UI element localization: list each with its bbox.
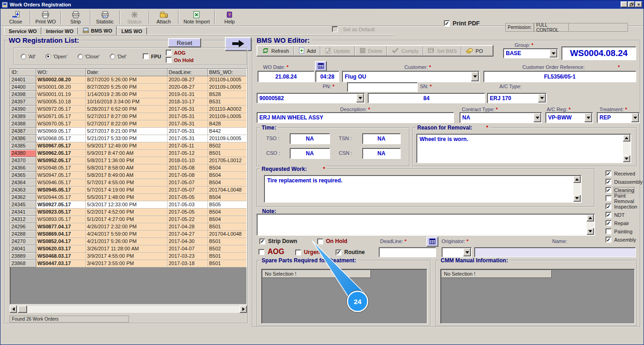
stage-checkbox-paint-removal[interactable] <box>605 195 611 201</box>
spare-parts-listbox[interactable]: No Selection ! <box>261 269 427 324</box>
chevron-down-icon[interactable] <box>584 113 592 122</box>
aog-checkbox[interactable] <box>258 249 264 255</box>
stage-checkbox-assembly[interactable]: ✓ <box>605 237 611 243</box>
table-row[interactable]: 24400WS0001.08.208/27/2020 5:25:00 PM202… <box>10 83 246 90</box>
tab-interior-wo[interactable]: Interior WO <box>41 27 78 35</box>
stage-checkbox-received[interactable]: ✓ <box>605 170 611 176</box>
description-field[interactable]: ERJ MAIN WHEEL ASSY <box>257 112 454 123</box>
table-row[interactable]: 24296WS0877.04.174/26/2017 2:32:00 PM201… <box>10 223 246 230</box>
table-row[interactable]: 24389WS0971.05.175/27/2017 8:27:00 PM201… <box>10 113 246 120</box>
name-field[interactable] <box>474 247 636 257</box>
editor-button-refresh[interactable]: Refresh <box>259 46 292 56</box>
note-textarea[interactable] <box>257 214 595 236</box>
wo-time-field[interactable]: 04:28 <box>315 71 339 82</box>
chevron-down-icon[interactable] <box>463 248 471 256</box>
stage-checkbox-repair[interactable]: ✓ <box>605 220 611 226</box>
filter-radio-open[interactable]: 'Open' <box>45 54 67 59</box>
table-row[interactable]: 23868WS0447.03.173/4/2017 3:55:00 PM2017… <box>10 260 246 267</box>
note-scrollbar[interactable] <box>587 215 594 235</box>
spare-parts-empty-item[interactable]: No Selection ! <box>263 270 371 278</box>
chevron-down-icon[interactable] <box>533 113 541 122</box>
table-row[interactable]: 24364WS0946.05.175/7/2017 4:55:00 PM2017… <box>10 179 246 186</box>
table-row[interactable]: 24041WS0620.03.173/26/2017 11:28:00 AM20… <box>10 245 246 252</box>
on-hold-checkbox[interactable] <box>317 238 323 244</box>
toolbar-button-help[interactable]: ?Help <box>216 10 243 25</box>
treatment-combo[interactable]: REP <box>597 112 640 123</box>
cmm-empty-item[interactable]: No Selection ! <box>442 270 552 278</box>
stage-checkbox-inspection[interactable]: ✓ <box>605 204 611 209</box>
originator-combo[interactable] <box>442 247 472 257</box>
table-row[interactable]: 24370WS0952.05.175/8/2017 1:36:00 PM2018… <box>10 157 246 164</box>
table-row[interactable]: 24397WS0005.10.1810/16/2018 3:34:00 PM20… <box>10 98 246 105</box>
scrollbar-thumb[interactable] <box>18 305 27 313</box>
chevron-down-icon[interactable] <box>631 113 639 122</box>
table-row[interactable]: 24362WS0944.05.175/5/2017 1:48:00 PM2017… <box>10 193 246 201</box>
deadline-field[interactable] <box>379 247 436 257</box>
table-row[interactable]: 24288WS0869.04.174/24/2017 5:59:00 PM201… <box>10 230 246 238</box>
deadline-calendar-button[interactable] <box>426 237 438 247</box>
requested-scrollbar[interactable] <box>573 176 581 202</box>
scroll-up-button[interactable] <box>623 135 630 141</box>
pn-combo[interactable]: 90000582 <box>257 93 365 103</box>
reset-button[interactable]: Reset <box>168 38 201 47</box>
table-row[interactable]: 24270WS0852.04.174/21/2017 5:26:00 PM201… <box>10 238 246 245</box>
editor-button-delete[interactable]: Delete <box>356 46 386 56</box>
column-header-id[interactable]: ID: <box>10 69 36 76</box>
table-row[interactable]: 24386WS0968.05.175/21/2017 5:33:00 PM201… <box>10 135 246 142</box>
customer-order-reference-field[interactable]: FL5356/05-1 <box>483 71 636 82</box>
urgent-checkbox[interactable] <box>295 249 301 255</box>
editor-button-update[interactable]: Update <box>322 46 353 56</box>
actype-combo[interactable]: ERJ 170 <box>487 93 547 103</box>
toolbar-button-status[interactable]: Status <box>121 10 148 25</box>
wo-date-field[interactable]: 21.08.24 <box>258 71 314 82</box>
table-row[interactable]: 23889WS0468.03.173/9/2017 4:55:00 PM2017… <box>10 252 246 260</box>
column-header-date[interactable]: Date: <box>85 69 167 76</box>
contract-type-combo[interactable]: NA <box>459 112 542 123</box>
table-row[interactable]: 24312WS0893.05.175/1/2017 4:27:00 PM2017… <box>10 215 246 223</box>
tsn-field[interactable]: NA <box>362 133 401 144</box>
sn-field[interactable]: 84 <box>368 93 485 103</box>
toolbar-button-statistic[interactable]: Statistic <box>92 10 118 25</box>
tab-service-wo[interactable]: Service WO <box>4 27 41 35</box>
reason-textarea[interactable]: Wheel tire is worn. <box>416 134 631 163</box>
table-row[interactable]: 24401WS0002.08.208/27/2020 5:26:00 PM202… <box>10 76 246 83</box>
minimize-button[interactable]: _ <box>621 1 627 7</box>
tso-field[interactable]: NA <box>290 133 330 144</box>
table-row[interactable]: 24398WS0001.01.191/14/2019 2:35:00 PM201… <box>10 90 246 98</box>
column-header-bms-wo[interactable]: BMS_WO: <box>207 69 246 76</box>
toolbar-button-note-import[interactable]: Note Import <box>180 10 213 25</box>
cso-field[interactable]: NA <box>290 148 330 159</box>
table-row[interactable]: 24387WS0969.05.175/27/2017 8:21:00 PM201… <box>10 127 246 135</box>
requested-work-textarea[interactable]: Tire replacement is required. <box>264 175 582 203</box>
chevron-down-icon[interactable] <box>471 72 479 81</box>
aog-filter-checkbox[interactable] <box>166 50 172 56</box>
chevron-down-icon[interactable] <box>356 94 364 102</box>
scroll-down-button[interactable] <box>587 228 594 235</box>
toolbar-button-close[interactable]: Close <box>2 10 29 25</box>
table-row[interactable]: 24366WS0948.05.175/8/2017 8:58:00 AM2017… <box>10 164 246 171</box>
column-header-wo[interactable]: WO: <box>36 69 85 76</box>
wo-date-calendar-button[interactable] <box>315 61 327 71</box>
stage-checkbox-painting[interactable] <box>605 228 611 234</box>
on-hold-filter-checkbox[interactable] <box>166 57 172 63</box>
print-pdf-checkbox[interactable]: ✓ <box>444 20 450 26</box>
group-combo[interactable]: BASE <box>503 48 558 58</box>
cmm-listbox[interactable]: No Selection ! <box>440 269 635 324</box>
scroll-right-button[interactable] <box>240 305 247 313</box>
scroll-down-button[interactable] <box>623 155 630 162</box>
table-horizontal-scrollbar[interactable] <box>10 305 247 313</box>
filter-radio-del[interactable]: 'Del' <box>110 54 127 59</box>
table-row[interactable]: 24380WS0962.05.175/9/2017 8:47:00 AM2017… <box>10 149 246 157</box>
close-window-button[interactable]: × <box>635 1 642 7</box>
stage-checkbox-ndt[interactable]: ✓ <box>605 212 611 218</box>
column-header-deadline[interactable]: DeadLine: <box>167 69 207 76</box>
stage-checkbox-cleaning[interactable]: ✓ <box>605 187 611 193</box>
table-row[interactable]: 24345WS0927.05.175/3/2017 12:33:00 PM201… <box>10 201 246 208</box>
fpu-checkbox[interactable] <box>143 53 149 59</box>
editor-button-add[interactable]: Add <box>295 46 319 56</box>
editor-button-po[interactable]: PO <box>463 46 486 56</box>
reason-scrollbar[interactable] <box>623 135 630 162</box>
filter-radio-all[interactable]: 'All' <box>21 54 35 59</box>
stage-checkbox-disassembly[interactable]: ✓ <box>605 179 611 185</box>
toolbar-button-attach[interactable]: Attach <box>151 10 177 25</box>
